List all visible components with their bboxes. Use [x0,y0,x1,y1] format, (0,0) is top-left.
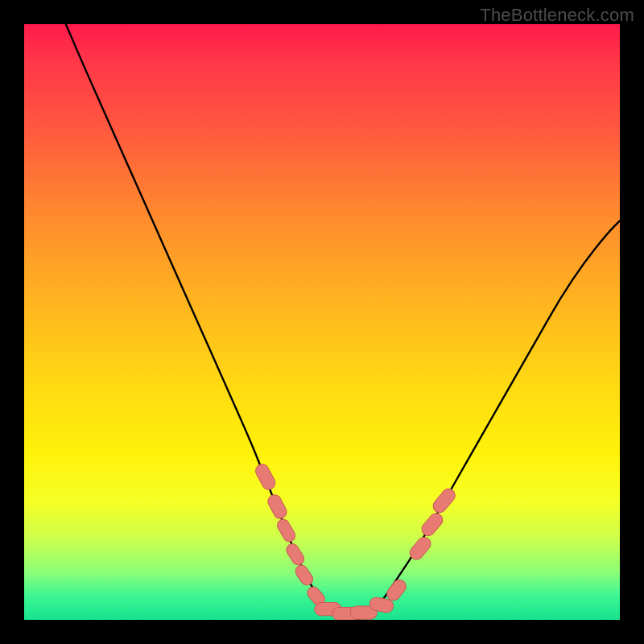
curve-marker [431,486,458,515]
chart-container: TheBottleneck.com [0,0,644,644]
bottleneck-curve [66,24,620,620]
curve-marker [293,563,315,587]
plot-area [24,24,620,620]
curve-marker [275,517,298,543]
marker-group [254,462,458,620]
curve-marker [254,462,278,492]
watermark-text: TheBottleneck.com [480,5,634,26]
curve-marker [284,542,306,568]
bottleneck-curve-svg [24,24,620,620]
curve-marker [266,493,289,521]
curve-group [66,24,620,620]
curve-marker [419,510,445,538]
